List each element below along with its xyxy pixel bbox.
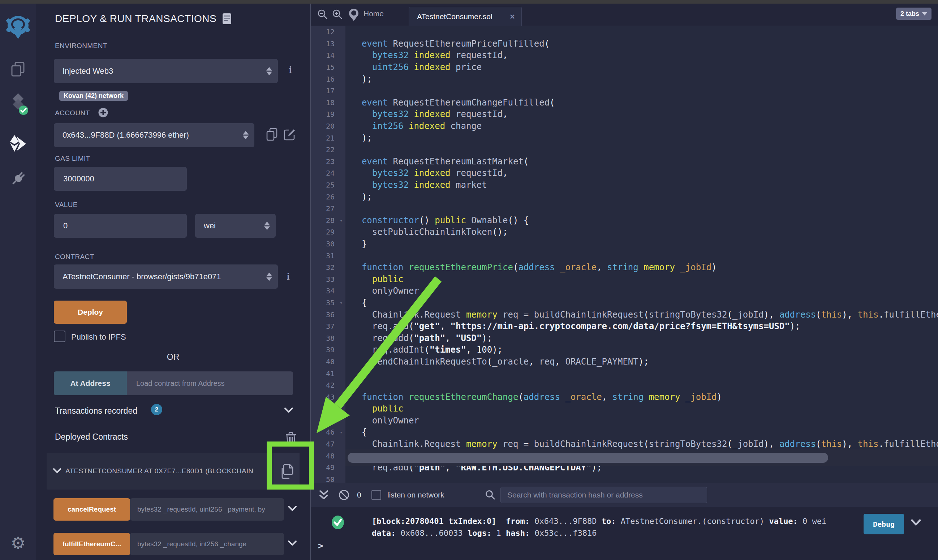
code-line: 24 bytes32 indexed requestId, [311, 167, 938, 179]
line-number: 25 [311, 181, 345, 189]
code-text: { [345, 298, 938, 308]
line-number: 46▾ [311, 428, 345, 437]
fulfill-params-field [130, 533, 284, 555]
transactions-chevron-icon[interactable] [284, 407, 294, 413]
zoom-out-icon[interactable] [317, 9, 328, 20]
code-line: 14 bytes32 indexed requestId, [311, 49, 938, 62]
code-line: 46▾ { [311, 426, 938, 438]
hscrollbar-thumb[interactable] [348, 453, 828, 463]
code-editor[interactable]: 1213 event RequestEthereumPriceFulfilled… [311, 26, 938, 483]
at-address-input[interactable] [135, 379, 278, 388]
code-text: event RequestEthereumPriceFulfilled( [345, 38, 938, 49]
code-text: event RequestEthereumLastMarket( [345, 157, 938, 166]
network-badge: Kovan (42) network [59, 91, 128, 101]
value-input[interactable] [63, 221, 172, 231]
contract-info-icon[interactable]: i [287, 271, 290, 282]
line-number: 43 [311, 393, 345, 402]
code-text: Chainlink.Request memory req = buildChai… [345, 439, 938, 449]
tab-home[interactable]: Home [363, 9, 384, 18]
code-line: 40 sendChainlinkRequestTo(_oracle, req, … [311, 356, 938, 368]
deploy-button[interactable]: Deploy [54, 301, 127, 324]
line-number: 19 [311, 110, 345, 118]
terminal: 0 listen on network [block:207804 [311, 483, 938, 560]
trash-icon[interactable] [286, 431, 296, 445]
function-expand-chevron-icon[interactable] [288, 540, 297, 546]
code-line: 16 ); [311, 73, 938, 85]
publish-ipfs-checkbox[interactable] [54, 331, 65, 342]
cancel-request-button[interactable]: cancelRequest [54, 498, 130, 521]
close-tab-icon[interactable]: × [510, 12, 515, 21]
environment-info-icon[interactable]: i [289, 64, 292, 75]
code-text: bytes32 indexed requestId, [345, 168, 938, 178]
search-icon [485, 489, 496, 500]
code-text: int256 indexed change [345, 121, 938, 131]
zoom-in-icon[interactable] [332, 9, 343, 20]
settings-gear-icon[interactable]: ⚙ [11, 535, 25, 551]
tx-success-icon [331, 515, 344, 530]
copy-account-icon[interactable] [266, 128, 278, 142]
solidity-compiler-icon[interactable] [7, 92, 29, 116]
expand-terminal-icon[interactable] [319, 489, 329, 501]
cancel-request-params-input[interactable] [137, 505, 277, 514]
fold-marker-icon[interactable]: ▾ [340, 429, 343, 435]
tabs-count-dropdown[interactable]: 2 tabs [896, 8, 932, 20]
listen-network-checkbox[interactable] [371, 490, 381, 500]
transaction-log[interactable]: [block:20780401 txIndex:0] from: 0x643..… [372, 515, 826, 539]
code-line: 33 public [311, 273, 938, 285]
line-number: 42 [311, 381, 345, 389]
function-expand-chevron-icon[interactable] [288, 505, 297, 512]
remix-logo-icon[interactable] [4, 14, 32, 41]
edit-account-icon[interactable] [283, 128, 296, 141]
code-line: 43 function requestEthereumChange(addres… [311, 391, 938, 403]
code-line: 45 onlyOwner [311, 415, 938, 427]
code-text: ); [345, 133, 938, 143]
select-stepper-icon [243, 131, 249, 140]
line-number: 45 [311, 416, 345, 425]
add-account-icon[interactable] [98, 108, 108, 117]
terminal-prompt[interactable]: > [318, 541, 323, 551]
deploy-and-run-icon[interactable] [9, 134, 28, 153]
code-text: function requestEthereumChange(address _… [345, 392, 938, 402]
line-number: 23 [311, 157, 345, 166]
code-text: { [345, 427, 938, 437]
contract-select[interactable]: ATestnetConsumer - browser/gists/9b71e07… [54, 265, 278, 289]
value-unit-select[interactable]: wei [195, 214, 276, 238]
at-address-button[interactable]: At Address [54, 371, 127, 395]
home-tab-remix-icon[interactable] [348, 8, 360, 22]
code-line: 18 event RequestEthereumChangeFulfilled( [311, 97, 938, 109]
account-select[interactable]: 0x643...9F88D (1.666673996 ether) [54, 123, 254, 147]
plugin-manager-icon[interactable] [8, 169, 28, 189]
value-label: VALUE [55, 201, 78, 209]
clear-console-icon[interactable] [338, 489, 350, 501]
code-line: 15 uint256 indexed price [311, 62, 938, 73]
file-explorer-icon[interactable] [9, 61, 27, 78]
gas-limit-input[interactable] [63, 174, 172, 184]
tab-atestnetconsumer[interactable]: ATestnetConsumer.sol × [409, 7, 522, 26]
tabs-count-label: 2 tabs [900, 10, 919, 18]
debug-button[interactable]: Debug [864, 514, 904, 534]
fold-marker-icon[interactable]: ▾ [340, 217, 343, 223]
tx-expand-chevron-icon[interactable] [910, 518, 921, 526]
copy-address-icon[interactable] [280, 463, 294, 479]
line-number: 36 [311, 310, 345, 319]
select-stepper-icon [264, 222, 270, 230]
account-value: 0x643...9F88D (1.666673996 ether) [63, 131, 189, 140]
fulfill-ethereum-change-button[interactable]: fulfillEthereumC... [54, 533, 130, 555]
code-text: req.addInt("times", 100); [345, 345, 938, 355]
doc-icon[interactable] [222, 13, 232, 25]
line-number: 31 [311, 251, 345, 260]
code-line: 37 req.add("get", "https://min-api.crypt… [311, 320, 938, 332]
caret-down-icon [922, 12, 927, 15]
fulfill-params-input[interactable] [137, 540, 277, 548]
gas-limit-label: GAS LIMIT [55, 155, 90, 163]
environment-select[interactable]: Injected Web3 [54, 59, 278, 83]
terminal-search-input[interactable] [507, 490, 701, 500]
environment-label: ENVIRONMENT [55, 42, 107, 50]
value-unit: wei [204, 221, 216, 231]
code-line: 26 ); [311, 191, 938, 203]
deployed-contract-card[interactable]: ATESTNETCONSUMER AT 0X7E7...E80D1 (BLOCK… [47, 453, 300, 489]
contract-expand-chevron-icon[interactable] [53, 468, 61, 474]
fold-marker-icon[interactable]: ▾ [340, 300, 343, 305]
contract-label: CONTRACT [55, 253, 94, 261]
line-number: 29 [311, 228, 345, 236]
